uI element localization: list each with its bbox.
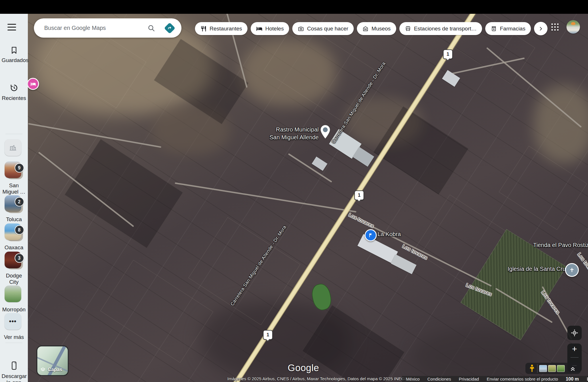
terrain-patch [534, 86, 588, 163]
chevron-right-icon [537, 26, 544, 32]
layers-label: Capas [48, 367, 62, 373]
apps-grid-icon[interactable] [551, 23, 559, 31]
poi-label-line1: Rastro Municipal [221, 126, 319, 134]
terrain-patch [413, 330, 534, 382]
menu-icon[interactable] [7, 24, 20, 32]
pegman-icon[interactable] [528, 364, 536, 373]
cross-icon[interactable] [565, 263, 579, 277]
recent-place[interactable] [0, 139, 28, 158]
place-thumbnail [5, 285, 21, 302]
chip-label: Cosas que hacer [307, 26, 348, 32]
recent-place-label: San Miguel … [2, 182, 26, 195]
search-button[interactable] [146, 23, 156, 33]
chip-restaurants[interactable]: Restaurantes [195, 22, 247, 35]
route-shield-1: 1 [354, 190, 364, 200]
place-pin-icon[interactable] [319, 124, 332, 140]
ellipsis-icon: ••• [5, 313, 21, 330]
sidebar-item-recents[interactable]: Recientes [0, 83, 28, 101]
footer-link-feedback[interactable]: Enviar comentarios sobre el producto [487, 377, 558, 381]
building-icon [5, 139, 21, 156]
collapse-icon[interactable] [569, 365, 576, 372]
chip-label: Estaciones de transport… [414, 26, 477, 32]
chip-hotels[interactable]: Hoteles [251, 22, 289, 35]
recent-place-morropon[interactable]: Morropón [0, 285, 28, 313]
pharmacies-icon [491, 26, 497, 32]
sidebar-item-label: Guardados [2, 57, 26, 63]
layers-button[interactable]: Capas [36, 346, 69, 376]
chips-scroll-button[interactable] [534, 22, 548, 35]
search-bar [34, 18, 181, 38]
count-badge: 8 [15, 225, 24, 235]
sidebar-item-more[interactable]: ••• Ver más [0, 313, 28, 340]
recent-place-oaxaca[interactable]: 8 Oaxaca [0, 223, 28, 251]
search-icon [147, 24, 155, 32]
imagery-thumbnail[interactable] [539, 365, 547, 372]
avatar[interactable] [566, 20, 580, 34]
recent-place-san-miguel[interactable]: 9 San Miguel … [0, 161, 28, 195]
category-chips: Restaurantes Hoteles Cosas que hacer Mus… [195, 22, 548, 35]
things-to-do-icon [298, 26, 304, 32]
my-location-icon [570, 329, 579, 337]
imagery-thumbnail[interactable] [548, 365, 556, 372]
directions-button[interactable] [164, 22, 176, 34]
google-logo: Google [288, 362, 319, 373]
count-badge: 3 [15, 253, 24, 263]
bed-icon[interactable] [27, 78, 39, 90]
recent-place-toluca[interactable]: 2 Toluca [0, 195, 28, 223]
sidebar-item-label: Descargar la app [2, 373, 26, 382]
map-attribution: Imágenes © 2025 Airbus, CNES / Airbus, M… [227, 376, 406, 381]
sidebar: Guardados Recientes 9 San Miguel … 2 [0, 14, 28, 382]
route-shield-1: 1 [263, 330, 273, 340]
satellite-map-canvas[interactable] [0, 14, 588, 382]
search-input[interactable] [44, 24, 146, 32]
restaurants-icon [200, 26, 207, 32]
sidebar-item-label: Recientes [2, 95, 26, 101]
poi-label-iglesia: Iglesia de la Santa Cruz [508, 266, 568, 272]
flag-icon[interactable] [365, 229, 377, 241]
map-scale-value[interactable]: 100 m [566, 377, 579, 382]
sidebar-item-saved[interactable]: Guardados [0, 46, 28, 63]
chip-transit-stations[interactable]: Estaciones de transport… [399, 22, 482, 35]
recent-place-label: Toluca [2, 216, 26, 223]
footer-link-privacy[interactable]: Privacidad [459, 377, 479, 381]
route-shield-1: 1 [443, 49, 453, 59]
footer-link-terms[interactable]: Condiciones [428, 377, 451, 381]
divider [570, 357, 579, 358]
my-location-button[interactable] [567, 326, 582, 340]
bookmark-icon [10, 46, 18, 55]
sidebar-item-download-app[interactable]: Descargar la app [0, 361, 28, 382]
recent-place-label: Dodge City [2, 273, 26, 285]
chip-label: Restaurantes [210, 26, 242, 32]
poi-label-la-kobra: La Kobra [378, 231, 401, 238]
chip-museums[interactable]: Museos [357, 22, 396, 35]
poi-label-rastro: Rastro Municipal San Miguel Allende [221, 126, 319, 141]
streetview-panel [525, 363, 581, 374]
recent-place-label: Oaxaca [2, 244, 26, 251]
recent-place-dodge-city[interactable]: 3 Dodge City [0, 252, 28, 285]
google-maps-app: Carretera San Miguel de Allende - Dr. Mo… [0, 0, 588, 382]
chip-things-to-do[interactable]: Cosas que hacer [292, 22, 354, 35]
count-badge: 2 [15, 197, 24, 207]
phone-icon [10, 361, 18, 371]
divider [537, 364, 537, 373]
museums-icon [362, 26, 369, 32]
transit-icon [405, 26, 411, 32]
chip-label: Hoteles [265, 26, 284, 32]
footer-links-bar: México Condiciones Privacidad Enviar com… [402, 376, 588, 382]
poi-label-line2: San Miguel Allende [221, 134, 319, 141]
zoom-in-button[interactable]: + [572, 345, 577, 353]
chip-label: Farmacias [500, 26, 525, 32]
poi-label-tienda: Tienda el Pavo Rostiza [533, 242, 588, 248]
count-badge: 9 [15, 163, 24, 173]
divider [5, 343, 22, 343]
recent-place-label: Morropón [2, 306, 26, 313]
sidebar-item-label: Ver más [2, 334, 26, 340]
layers-icon [40, 367, 46, 373]
hotels-icon [256, 26, 262, 32]
divider [5, 134, 22, 134]
footer-link-mexico[interactable]: México [406, 377, 420, 381]
imagery-thumbnail[interactable] [557, 365, 565, 372]
chip-pharmacies[interactable]: Farmacias [485, 22, 531, 35]
window-top-bar [0, 0, 588, 14]
chip-label: Museos [372, 26, 391, 32]
